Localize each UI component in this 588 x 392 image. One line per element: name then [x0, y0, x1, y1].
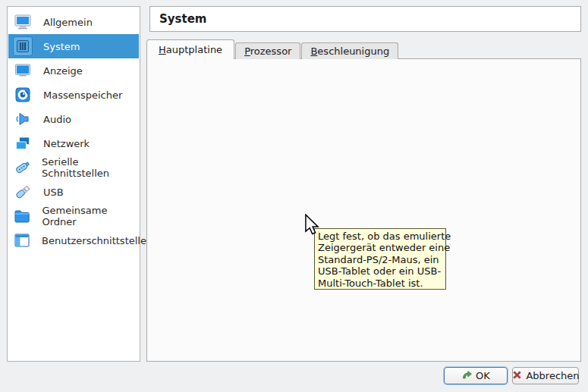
- sidebar-item-benutzerschnittstelle[interactable]: Benutzerschnittstelle: [8, 228, 139, 252]
- tab-bar: Hauptplatine Prozessor Beschleunigung: [146, 40, 398, 59]
- sidebar-item-label: Anzeige: [43, 65, 83, 77]
- sidebar-item-label: Audio: [43, 114, 71, 125]
- folder-icon: [13, 206, 32, 226]
- vm-settings-dialog: Allgemein System Anzeige Massenspeicher …: [0, 0, 588, 392]
- sidebar-item-label: USB: [43, 187, 64, 198]
- speaker-icon: [13, 109, 33, 129]
- harddisk-icon: [13, 85, 33, 105]
- sidebar-item-audio[interactable]: Audio: [8, 107, 139, 131]
- ok-arrow-icon: [461, 369, 473, 383]
- sidebar-item-label: Benutzerschnittstelle: [42, 235, 146, 246]
- sidebar-item-usb[interactable]: USB: [8, 180, 139, 204]
- monitor-icon: [13, 61, 33, 80]
- cancel-x-icon: [511, 369, 523, 383]
- sidebar-item-label: Allgemein: [43, 17, 93, 28]
- sidebar-item-gemeinsame-ordner[interactable]: Gemeinsame Ordner: [8, 204, 139, 228]
- sidebar-item-serielle-schnittstellen[interactable]: Serielle Schnittstellen: [8, 155, 139, 180]
- sidebar-item-label: Massenspeicher: [43, 89, 122, 101]
- page-header: System: [149, 6, 581, 32]
- sidebar-item-anzeige[interactable]: Anzeige: [8, 58, 139, 83]
- sidebar-item-system[interactable]: System: [8, 34, 139, 58]
- cancel-button[interactable]: Abbrechen: [512, 367, 579, 384]
- network-icon: [13, 133, 33, 153]
- sidebar-item-label: Serielle Schnittstellen: [42, 156, 139, 179]
- tab-content-hauptplatine: [146, 58, 581, 362]
- tab-hauptplatine[interactable]: Hauptplatine: [146, 39, 234, 59]
- window-ui-icon: [13, 230, 31, 250]
- sidebar-item-label: Gemeinsame Ordner: [42, 205, 140, 227]
- tab-prozessor[interactable]: Prozessor: [235, 42, 300, 59]
- sidebar-item-label: Netzwerk: [43, 138, 90, 149]
- sidebar-item-allgemein[interactable]: Allgemein: [8, 10, 139, 34]
- serial-port-icon: [13, 158, 31, 177]
- pointing-device-tooltip: Legt fest, ob das emulierte Zeigergerät …: [314, 228, 446, 290]
- ok-button[interactable]: OK: [444, 367, 508, 384]
- settings-category-sidebar: Allgemein System Anzeige Massenspeicher …: [7, 6, 140, 362]
- page-title: System: [150, 7, 580, 31]
- tab-beschleunigung[interactable]: Beschleunigung: [301, 42, 398, 59]
- sidebar-item-massenspeicher[interactable]: Massenspeicher: [8, 83, 139, 107]
- general-display-icon: [13, 12, 33, 32]
- sidebar-item-netzwerk[interactable]: Netzwerk: [8, 131, 139, 155]
- cancel-button-label: Abbrechen: [526, 370, 579, 381]
- ok-button-label: OK: [476, 370, 490, 381]
- usb-icon: [13, 182, 33, 202]
- chip-icon: [13, 36, 33, 56]
- mouse-cursor-icon: [302, 214, 322, 239]
- sidebar-item-label: System: [43, 41, 80, 52]
